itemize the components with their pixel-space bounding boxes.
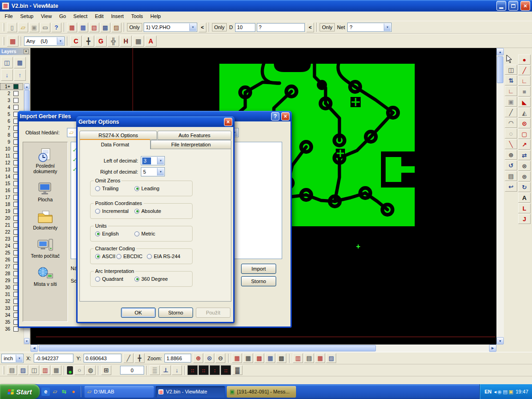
open-folder-icon[interactable]: ▱ (18, 23, 28, 32)
layers-panel-header[interactable]: Layers × (0, 48, 30, 55)
chevron-down-icon[interactable]: ▼ (16, 355, 23, 362)
scroll-thumb[interactable] (39, 345, 376, 351)
tab-rs274x-options[interactable]: RS274-X Options (79, 131, 157, 140)
place-my-computer[interactable]: Tento počítač (24, 238, 66, 259)
settings-gear-icon[interactable]: ⊛ (505, 150, 517, 160)
origin-crosshair-icon[interactable]: ╋ (134, 353, 145, 363)
radio-absolute[interactable]: Absolute (134, 208, 161, 214)
any-combo[interactable]: Any (U) ▼ (24, 36, 65, 46)
bar-grid-icon[interactable]: ▥ (40, 365, 50, 375)
mirror-tool-icon[interactable]: ◭ (518, 108, 531, 118)
crosshair-tool-icon[interactable]: ╋ (83, 36, 94, 47)
x-coordinate-input[interactable]: -0.942237 (34, 354, 73, 363)
l-shape-tool-icon[interactable]: L (518, 203, 531, 213)
radio-button-icon[interactable] (134, 231, 139, 236)
layer-color-swatch[interactable] (13, 105, 18, 110)
wave-grid-icon[interactable]: ▤ (7, 365, 17, 375)
menu-go[interactable]: Go (55, 12, 70, 20)
cancel-button[interactable]: Storno (241, 276, 276, 286)
prev-dcode-button[interactable]: < (306, 23, 314, 32)
radio-button-icon[interactable] (95, 209, 100, 214)
radio-button-icon[interactable] (147, 254, 152, 259)
restore-button[interactable] (508, 1, 518, 11)
grid-blue-icon[interactable]: ▦ (265, 353, 275, 363)
tab-auto-features[interactable]: Auto Features (157, 131, 231, 140)
radio-metric[interactable]: Metric (134, 231, 155, 236)
place-desktop[interactable]: Plocha (24, 181, 66, 202)
internet-explorer-icon[interactable]: e (42, 387, 50, 396)
layer-table-icon[interactable]: ◫ (1, 57, 13, 68)
rotate-cw-icon[interactable]: ↻ (518, 182, 531, 192)
y-coordinate-input[interactable]: 0.690643 (84, 354, 121, 363)
swap-layers-icon[interactable]: ⇅ (505, 75, 517, 85)
circle-tool-icon[interactable]: ⊙ (518, 118, 531, 128)
radio-eia-rs-244[interactable]: EIA RS-244 (147, 254, 180, 259)
text-tool-icon[interactable]: A (518, 193, 531, 203)
toolbar-grip[interactable] (3, 23, 4, 31)
radio-button-icon[interactable] (95, 186, 100, 191)
task-button-messenger[interactable]: ▣ [191-482-091] - Mess... (227, 386, 296, 398)
radio-button-icon[interactable] (116, 254, 121, 259)
step-value-input[interactable]: 0 (120, 366, 144, 375)
line-45-tool-icon[interactable]: ╱ (505, 107, 517, 117)
only-dcode-toggle[interactable]: Only (212, 23, 227, 31)
layer-combo[interactable]: 1) V2.PHO ▼ (144, 23, 197, 32)
prev-layer-button[interactable]: < (199, 23, 206, 32)
grid-dark-icon[interactable]: ▦ (243, 353, 253, 363)
only-layer-toggle[interactable]: Only (127, 23, 142, 31)
sync-arrows-icon[interactable]: ⇆ (60, 387, 68, 396)
right-of-decimal-combo[interactable]: 5 ▼ (141, 167, 165, 176)
fill-field-icon[interactable]: ▓ (232, 365, 242, 375)
menu-select[interactable]: Select (70, 12, 91, 20)
menu-edit[interactable]: Edit (91, 12, 107, 20)
hatch-grid-icon[interactable]: ▨ (18, 365, 28, 375)
signal-light-icon[interactable] (67, 366, 73, 375)
scroll-thumb[interactable] (497, 56, 503, 83)
pad-blue-icon[interactable]: ▨ (326, 353, 336, 363)
pad-flash-tool-icon[interactable]: ● (518, 54, 531, 65)
radio-ebcdic[interactable]: EBCDIC (116, 254, 143, 259)
gerber-dialog-titlebar[interactable]: Gerber Options × (76, 116, 235, 127)
close-button[interactable]: × (281, 112, 290, 121)
filled-square-tool-icon[interactable]: ▣ (505, 97, 517, 107)
rotate-ccw-icon[interactable]: ↺ (505, 160, 517, 170)
polyline-tool-icon[interactable]: ∟ (518, 76, 531, 86)
letter-c-tool-icon[interactable]: C (70, 36, 82, 47)
radio-button-icon[interactable] (134, 209, 139, 214)
select-frame-tool-icon[interactable]: ▢ (518, 129, 531, 139)
edit-pattern-icon[interactable]: ▨ (111, 23, 121, 32)
pad-dark-icon[interactable]: ▤ (304, 353, 314, 363)
horizontal-scrollbar[interactable]: ◀ ▶ (30, 345, 496, 352)
start-button[interactable]: Start (0, 384, 40, 399)
minimize-button[interactable] (496, 1, 506, 11)
corner-tool-icon[interactable]: ∟ (505, 86, 517, 96)
folder-quick-icon[interactable]: ▱ (51, 387, 59, 396)
dcode-filter-input[interactable]: ? (257, 23, 305, 32)
radio-quadrant[interactable]: Quadrant (95, 276, 123, 282)
only-net-toggle[interactable]: Only (320, 23, 335, 31)
place-network-places[interactable]: Místa v síti (24, 266, 66, 287)
layer-up-icon[interactable]: ↑ (14, 69, 26, 81)
language-indicator[interactable]: EN (484, 389, 491, 394)
aperture-table-icon[interactable]: ▦ (78, 23, 88, 32)
chevron-down-icon[interactable]: ▼ (157, 157, 164, 164)
menu-tools[interactable]: Tools (127, 12, 147, 20)
panel-toggle-icon[interactable]: ◫ (505, 65, 517, 75)
star-tool-icon[interactable]: ⊛ (518, 171, 531, 181)
anchor-icon[interactable]: ⊥ (161, 365, 171, 375)
vertical-scrollbar[interactable]: ▲ ▼ (496, 48, 504, 345)
radio-360-degree[interactable]: 360 Degree (134, 276, 168, 282)
layer-down-icon[interactable]: ↓ (1, 69, 13, 81)
tray-status-icon[interactable]: ◉ (497, 389, 502, 395)
help-pointer-icon[interactable]: ? (51, 23, 61, 32)
film-icon[interactable]: ▤ (505, 171, 517, 181)
dcode-table-icon[interactable]: ▦ (67, 23, 77, 32)
save-icon[interactable]: ▣ (29, 23, 39, 32)
flash-pattern-icon-2[interactable]: :: (199, 365, 209, 375)
dotted-field-icon[interactable]: ▒ (150, 365, 160, 375)
layer-grid-icon[interactable]: ▦ (14, 57, 26, 68)
net-combo[interactable]: ? ▼ (347, 23, 392, 32)
drop-marker-icon[interactable]: ↓ (172, 365, 182, 375)
task-button-viewmate[interactable]: ▦ V2.bin - ViewMate (156, 386, 225, 398)
full-grid-icon[interactable]: ▦ (51, 365, 61, 375)
